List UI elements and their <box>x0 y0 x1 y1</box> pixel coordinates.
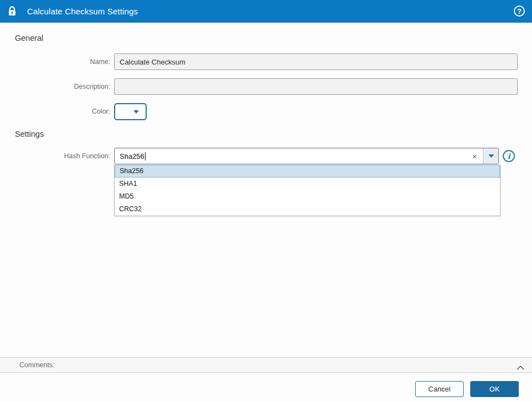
ok-button[interactable]: OK <box>470 381 519 397</box>
chevron-down-icon <box>133 110 139 114</box>
dropdown-item-md5[interactable]: MD5 <box>115 190 500 203</box>
color-label: Color: <box>0 103 110 120</box>
hash-function-label: Hash Function: <box>0 148 110 164</box>
dropdown-item-crc32[interactable]: CRC32 <box>115 203 500 216</box>
info-icon[interactable]: i <box>503 150 515 162</box>
name-label: Name: <box>0 53 110 70</box>
chevron-down-icon <box>488 154 494 158</box>
section-header-settings: Settings <box>15 130 44 138</box>
help-icon[interactable]: ? <box>514 6 525 17</box>
dropdown-item-sha1[interactable]: SHA1 <box>115 178 500 190</box>
lock-icon <box>8 6 17 16</box>
hash-function-dropdown-list: Sha256 SHA1 MD5 CRC32 <box>114 165 501 216</box>
clear-icon[interactable]: × <box>466 148 483 164</box>
chevron-up-icon[interactable] <box>517 362 524 372</box>
comments-label: Comments: <box>19 361 55 369</box>
text-caret <box>145 152 146 160</box>
description-label: Description: <box>0 78 110 95</box>
hash-function-input[interactable]: Sha256 <box>115 148 466 164</box>
hash-function-combobox[interactable]: Sha256 × <box>114 148 499 164</box>
cancel-button[interactable]: Cancel <box>415 381 464 397</box>
hash-function-value: Sha256 <box>120 152 144 160</box>
titlebar: Calculate Checksum Settings ? <box>0 0 532 23</box>
dropdown-item-sha256[interactable]: Sha256 <box>115 165 500 178</box>
section-header-general: General <box>15 34 44 42</box>
dialog-title: Calculate Checksum Settings <box>27 7 138 16</box>
comments-bar[interactable]: Comments: <box>0 357 532 373</box>
calculate-checksum-settings-dialog: Calculate Checksum Settings ? General Na… <box>0 0 532 402</box>
color-dropdown[interactable] <box>114 103 147 120</box>
name-input[interactable] <box>114 53 518 70</box>
description-input[interactable] <box>114 78 518 95</box>
combobox-dropdown-button[interactable] <box>483 148 498 164</box>
